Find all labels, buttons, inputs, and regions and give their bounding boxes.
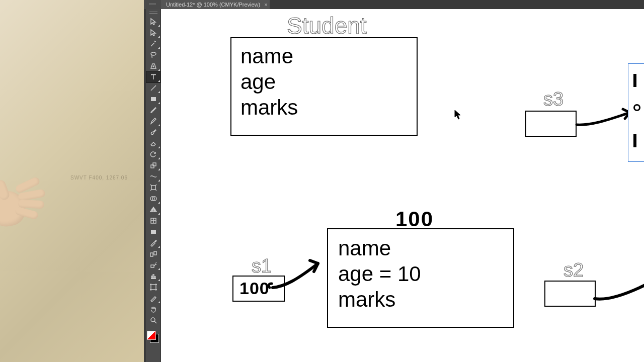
close-tab-icon[interactable]: × <box>264 2 267 8</box>
type-tool-icon[interactable] <box>146 71 160 82</box>
tool-panel <box>146 9 161 362</box>
free-transform-tool-icon[interactable] <box>146 182 160 193</box>
rectangle-tool-icon[interactable] <box>146 94 160 105</box>
artboard-canvas[interactable]: Student name age marks s3 100 name age =… <box>161 9 644 362</box>
class-title-label: Student <box>287 12 367 39</box>
svg-point-17 <box>151 318 155 322</box>
svg-rect-3 <box>151 165 154 168</box>
fill-stroke-swatch[interactable] <box>146 330 160 344</box>
svg-rect-12 <box>151 265 154 267</box>
tool-panel-grip-icon[interactable] <box>146 11 160 14</box>
svg-rect-15 <box>154 277 155 279</box>
svg-rect-4 <box>153 163 156 166</box>
magic-wand-tool-icon[interactable] <box>146 38 160 49</box>
svg-rect-11 <box>154 251 156 255</box>
gradient-tool-icon[interactable] <box>146 226 160 237</box>
column-graph-tool-icon[interactable] <box>146 270 160 282</box>
svg-rect-14 <box>153 275 154 279</box>
document-tab-bar: Untitled-12* @ 100% (CMYK/Preview) × <box>144 0 644 9</box>
eyedropper-tool-icon[interactable] <box>146 237 160 248</box>
direct-selection-tool-icon[interactable] <box>146 27 160 38</box>
blob-brush-tool-icon[interactable] <box>146 127 160 138</box>
hand-tool-icon[interactable] <box>146 304 160 315</box>
desktop-background: SWVT F400, 1267.06 <box>0 0 144 362</box>
zoom-tool-icon[interactable] <box>146 315 160 326</box>
s3-label: s3 <box>543 88 564 110</box>
svg-rect-2 <box>151 97 156 101</box>
pen-tool-icon[interactable] <box>146 60 160 71</box>
pencil-tool-icon[interactable] <box>146 116 160 127</box>
blend-tool-icon[interactable] <box>146 248 160 259</box>
svg-rect-10 <box>150 253 153 256</box>
width-tool-icon[interactable] <box>146 171 160 182</box>
svg-point-0 <box>151 52 156 55</box>
tab-bar-remainder <box>270 0 275 9</box>
illustrator-window: Untitled-12* @ 100% (CMYK/Preview) × <box>144 0 644 362</box>
panel-grip-icon[interactable] <box>144 0 162 9</box>
class-fields-text: name age marks <box>240 43 298 121</box>
lasso-tool-icon[interactable] <box>146 49 160 60</box>
arrow-s2 <box>593 281 644 311</box>
slice-tool-icon[interactable] <box>146 293 160 304</box>
scale-tool-icon[interactable] <box>146 160 160 171</box>
s3-box[interactable] <box>525 111 577 137</box>
svg-rect-9 <box>151 230 156 234</box>
address-100-label: 100 <box>395 207 434 231</box>
offscreen-selected-box[interactable] <box>628 63 644 162</box>
s2-label: s2 <box>564 259 584 281</box>
artboard-tool-icon[interactable] <box>146 282 160 293</box>
svg-rect-13 <box>151 276 152 279</box>
selection-tool-icon[interactable] <box>146 16 160 27</box>
s1-value-label: 100 <box>239 279 270 298</box>
desktop-watermark: SWVT F400, 1267.06 <box>70 175 128 180</box>
svg-rect-16 <box>151 285 156 290</box>
instance-fields-text: name age = 10 marks <box>338 235 421 313</box>
document-tab[interactable]: Untitled-12* @ 100% (CMYK/Preview) × <box>161 0 273 9</box>
s2-box[interactable] <box>544 281 596 307</box>
hand-illustration <box>0 171 45 231</box>
document-tab-title: Untitled-12* @ 100% (CMYK/Preview) <box>166 0 260 9</box>
perspective-grid-tool-icon[interactable] <box>146 204 160 215</box>
arrow-s1 <box>270 254 330 295</box>
eraser-tool-icon[interactable] <box>146 138 160 149</box>
svg-point-1 <box>153 66 154 67</box>
s1-label: s1 <box>252 255 272 277</box>
mesh-tool-icon[interactable] <box>146 215 160 226</box>
mouse-cursor-icon <box>454 110 461 120</box>
paintbrush-tool-icon[interactable] <box>146 105 160 116</box>
symbol-sprayer-tool-icon[interactable] <box>146 259 160 270</box>
svg-rect-5 <box>151 186 155 190</box>
rotate-tool-icon[interactable] <box>146 149 160 160</box>
shape-builder-tool-icon[interactable] <box>146 193 160 204</box>
line-segment-tool-icon[interactable] <box>146 82 160 94</box>
